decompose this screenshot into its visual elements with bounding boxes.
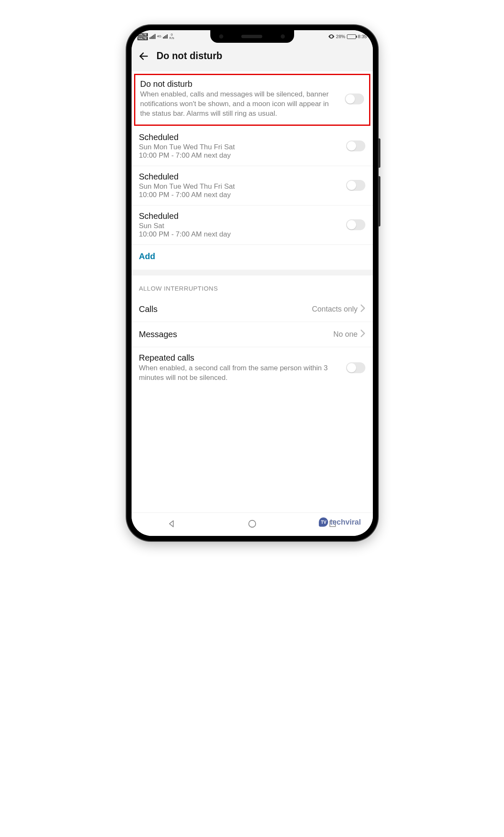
speed-unit: K/s (169, 36, 174, 40)
schedule-title: Scheduled (139, 172, 341, 182)
clock: 8:35 (358, 34, 367, 39)
repeated-desc: When enabled, a second call from the sam… (139, 364, 341, 383)
nav-home-icon[interactable] (248, 519, 257, 530)
side-button (378, 176, 380, 226)
calls-value: Contacts only (312, 305, 357, 314)
dnd-row[interactable]: Do not disturb When enabled, calls and m… (134, 74, 370, 126)
phone-screen: VoLTE VoLTE 4G 0 K/s 28% 8:35 (132, 30, 373, 536)
watermark: TV techviral (319, 517, 361, 527)
schedule-days: Sun Sat (139, 222, 341, 230)
repeated-calls-row[interactable]: Repeated calls When enabled, a second ca… (132, 347, 373, 389)
svg-marker-1 (169, 520, 173, 527)
phone-frame: VoLTE VoLTE 4G 0 K/s 28% 8:35 (127, 25, 378, 541)
schedule-days: Sun Mon Tue Wed Thu Fri Sat (139, 143, 341, 151)
network-label: 4G (157, 35, 162, 38)
add-label: Add (139, 252, 155, 261)
repeated-toggle[interactable] (346, 362, 365, 373)
app-header: Do not disturb (132, 43, 373, 71)
interruptions-header: ALLOW INTERRUPTIONS (132, 276, 373, 297)
chevron-right-icon (360, 330, 365, 339)
dnd-desc: When enabled, calls and messages will be… (140, 90, 340, 119)
side-button (378, 138, 380, 168)
back-icon[interactable] (138, 51, 149, 62)
watermark-badge: TV (319, 517, 328, 527)
schedule-title: Scheduled (139, 133, 341, 142)
dnd-toggle[interactable] (345, 94, 364, 104)
dnd-title: Do not disturb (140, 79, 340, 89)
messages-row[interactable]: Messages No one (132, 322, 373, 347)
battery-percent: 28% (336, 34, 345, 39)
section-divider (132, 270, 373, 276)
svg-point-2 (249, 520, 256, 527)
schedule-toggle[interactable] (346, 180, 365, 191)
schedule-title: Scheduled (139, 211, 341, 221)
add-schedule-row[interactable]: Add (132, 245, 373, 270)
chevron-right-icon (360, 304, 365, 314)
signal-icon (163, 34, 168, 39)
messages-value: No one (333, 330, 357, 339)
schedule-row[interactable]: Scheduled Sun Mon Tue Wed Thu Fri Sat 10… (132, 127, 373, 166)
schedule-time: 10:00 PM - 7:00 AM next day (139, 191, 341, 199)
schedule-time: 10:00 PM - 7:00 AM next day (139, 230, 341, 239)
schedule-row[interactable]: Scheduled Sun Sat 10:00 PM - 7:00 AM nex… (132, 205, 373, 245)
schedule-row[interactable]: Scheduled Sun Mon Tue Wed Thu Fri Sat 10… (132, 166, 373, 205)
content: Do not disturb When enabled, calls and m… (132, 71, 373, 512)
page-title: Do not disturb (157, 50, 222, 62)
schedule-toggle[interactable] (346, 140, 365, 151)
schedule-toggle[interactable] (346, 219, 365, 230)
nav-back-icon[interactable] (167, 519, 176, 530)
calls-label: Calls (139, 304, 312, 314)
calls-row[interactable]: Calls Contacts only (132, 297, 373, 322)
schedule-time: 10:00 PM - 7:00 AM next day (139, 151, 341, 160)
schedule-days: Sun Mon Tue Wed Thu Fri Sat (139, 182, 341, 191)
messages-label: Messages (139, 330, 333, 339)
eye-comfort-icon (328, 34, 334, 39)
notch (210, 30, 294, 43)
signal-icon (150, 34, 155, 39)
repeated-title: Repeated calls (139, 353, 341, 363)
volte-badge: VoLTE (137, 37, 148, 40)
watermark-text: techviral (330, 518, 361, 527)
battery-icon (347, 34, 356, 39)
volte-badge: VoLTE (137, 33, 148, 36)
